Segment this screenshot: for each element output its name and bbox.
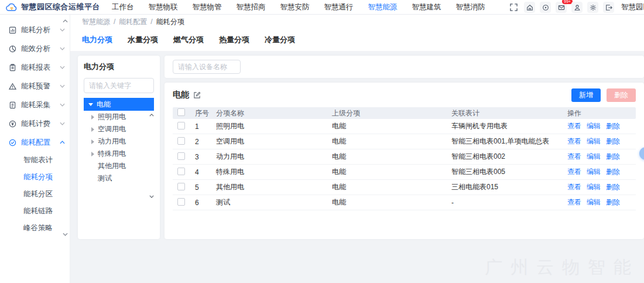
device-search-input[interactable] xyxy=(173,60,241,74)
app-title: 智慧园区综合运维平台 xyxy=(21,2,100,12)
delete-link[interactable]: 删除 xyxy=(606,152,620,162)
sidebar-item-consumption-analysis[interactable]: 能耗分析 xyxy=(0,21,70,39)
sidebar-item-peak-valley-strategy[interactable]: 峰谷策略 xyxy=(0,220,70,237)
sidebar-item-consumption-billing[interactable]: 能耗计费 xyxy=(0,114,70,133)
view-link[interactable]: 查看 xyxy=(567,121,581,131)
view-link[interactable]: 查看 xyxy=(567,167,581,177)
topbar-actions: 99+ 智慧园区 xyxy=(508,0,644,15)
caret-right-icon[interactable] xyxy=(91,152,94,156)
sidebar-item-consumption-report[interactable]: 能耗报表 xyxy=(0,58,70,77)
delete-link[interactable]: 删除 xyxy=(606,121,620,131)
aim-icon[interactable] xyxy=(540,2,551,13)
table-row: 6 测试 电能 - 查看 编辑 删除 xyxy=(173,195,636,210)
sidebar-item-consumption-config[interactable]: 能耗配置 xyxy=(0,133,70,152)
tab-gas[interactable]: 燃气分项 xyxy=(173,35,204,45)
sidebar-item-consumption-circuit[interactable]: 能耗链路 xyxy=(0,203,70,220)
tree-node[interactable]: 特殊用电 xyxy=(84,148,154,160)
table-row: 5 其他用电 电能 三相电能表015 查看 编辑 删除 xyxy=(173,180,636,195)
home-icon[interactable] xyxy=(524,2,535,13)
view-link[interactable]: 查看 xyxy=(567,182,581,192)
tree-node[interactable]: 其他用电 xyxy=(84,160,154,172)
edit-link[interactable]: 编辑 xyxy=(587,137,601,146)
edit-link[interactable]: 编辑 xyxy=(587,121,601,131)
tree: 电能 照明用电 空调用电 动力用电 特殊用电 xyxy=(84,98,154,185)
fullscreen-icon[interactable] xyxy=(508,2,519,13)
logout-icon[interactable] xyxy=(603,2,614,13)
chevron-down-icon xyxy=(60,66,65,69)
view-link[interactable]: 查看 xyxy=(567,197,581,207)
row-checkbox[interactable] xyxy=(177,152,185,160)
caret-right-icon[interactable] xyxy=(91,127,94,132)
sidebar-item-consumption-zone[interactable]: 能耗分区 xyxy=(0,186,70,203)
menu-fire[interactable]: 智慧消防 xyxy=(456,2,485,12)
add-button[interactable]: 新增 xyxy=(571,88,601,102)
tree-scroll-down-icon[interactable] xyxy=(149,195,154,198)
edit-link[interactable]: 编辑 xyxy=(587,167,601,177)
select-all-checkbox[interactable] xyxy=(177,108,185,116)
menu-security[interactable]: 智慧安防 xyxy=(280,2,310,12)
tree-search-input[interactable] xyxy=(84,78,154,93)
caret-right-icon[interactable] xyxy=(91,115,94,120)
menu-property[interactable]: 智慧物管 xyxy=(193,2,222,12)
chevron-down-icon xyxy=(60,122,65,125)
menu-access[interactable]: 智慧通行 xyxy=(324,2,354,12)
delete-button[interactable]: 删除 xyxy=(607,88,636,102)
tab-electric[interactable]: 电力分项 xyxy=(82,35,112,45)
tree-node-root[interactable]: 电能 xyxy=(84,98,154,111)
park-switcher[interactable]: 智慧园区 xyxy=(621,2,644,12)
edit-link[interactable]: 编辑 xyxy=(587,182,601,192)
tree-node[interactable]: 动力用电 xyxy=(84,135,154,148)
sidebar-scroll-down-icon[interactable] xyxy=(63,233,68,236)
menu-leasing[interactable]: 智慧招商 xyxy=(237,2,266,12)
row-checkbox[interactable] xyxy=(177,183,185,190)
edit-icon[interactable] xyxy=(193,91,201,99)
subitem-name: 其他用电 xyxy=(215,182,331,192)
row-checkbox[interactable] xyxy=(177,168,185,175)
row-checkbox[interactable] xyxy=(177,198,185,206)
breadcrumb-item[interactable]: 能耗配置 xyxy=(119,17,147,27)
chevron-down-icon xyxy=(60,84,65,88)
subitem-name: 特殊用电 xyxy=(215,167,331,177)
tree-node[interactable]: 空调用电 xyxy=(84,123,154,135)
delete-link[interactable]: 删除 xyxy=(606,182,620,192)
tab-cooling[interactable]: 冷量分项 xyxy=(265,35,295,45)
edit-link[interactable]: 编辑 xyxy=(587,152,601,162)
coin-icon xyxy=(9,120,17,128)
menu-smart-iot[interactable]: 智慧物联 xyxy=(149,2,178,12)
sidebar-item-consumption-alert[interactable]: 能耗预警 xyxy=(0,77,70,96)
delete-link[interactable]: 删除 xyxy=(606,197,620,207)
menu-building[interactable]: 智慧建筑 xyxy=(412,2,441,12)
bar-chart-icon xyxy=(9,26,17,34)
tree-node-label: 照明用电 xyxy=(98,112,126,122)
tab-heat[interactable]: 热量分项 xyxy=(219,35,249,45)
view-link[interactable]: 查看 xyxy=(567,137,581,146)
tree-node[interactable]: 测试 xyxy=(84,172,154,185)
tree-node[interactable]: 照明用电 xyxy=(84,111,154,123)
menu-energy[interactable]: 智慧能源 xyxy=(368,2,398,12)
sidebar-item-consumption-subitem[interactable]: 能耗分项 xyxy=(0,169,70,186)
sidebar-item-efficiency-analysis[interactable]: 能效分析 xyxy=(0,39,70,58)
sidebar-item-consumption-collection[interactable]: 能耗采集 xyxy=(0,96,70,114)
row-checkbox[interactable] xyxy=(177,137,185,145)
row-checkbox[interactable] xyxy=(177,122,185,129)
edit-link[interactable]: 编辑 xyxy=(587,197,601,207)
tree-scroll-up-icon[interactable] xyxy=(149,114,154,117)
caret-down-icon[interactable] xyxy=(88,103,93,106)
sidebar-item-smart-meter[interactable]: 智能表计 xyxy=(0,152,70,169)
breadcrumb: 智慧能源 / 能耗配置 / 能耗分项 xyxy=(70,15,644,29)
caret-right-icon[interactable] xyxy=(91,139,94,144)
delete-link[interactable]: 删除 xyxy=(606,167,620,177)
device-search-bar xyxy=(165,56,644,78)
gear-icon[interactable] xyxy=(587,2,598,13)
menu-workbench[interactable]: 工作台 xyxy=(112,2,134,12)
sidebar-scroll-up-icon[interactable] xyxy=(63,19,68,23)
user-icon[interactable] xyxy=(571,2,583,13)
main-panel: 电能 新增 删除 序号 分项名称 上级分项 关联表计 xyxy=(165,56,644,239)
breadcrumb-separator: / xyxy=(150,18,152,26)
breadcrumb-item[interactable]: 智慧能源 xyxy=(82,17,110,27)
column-header: 操作 xyxy=(566,108,636,118)
mail-icon[interactable]: 99+ xyxy=(556,2,567,13)
tab-water[interactable]: 水量分项 xyxy=(128,35,158,45)
view-link[interactable]: 查看 xyxy=(567,152,581,162)
delete-link[interactable]: 删除 xyxy=(606,137,620,146)
